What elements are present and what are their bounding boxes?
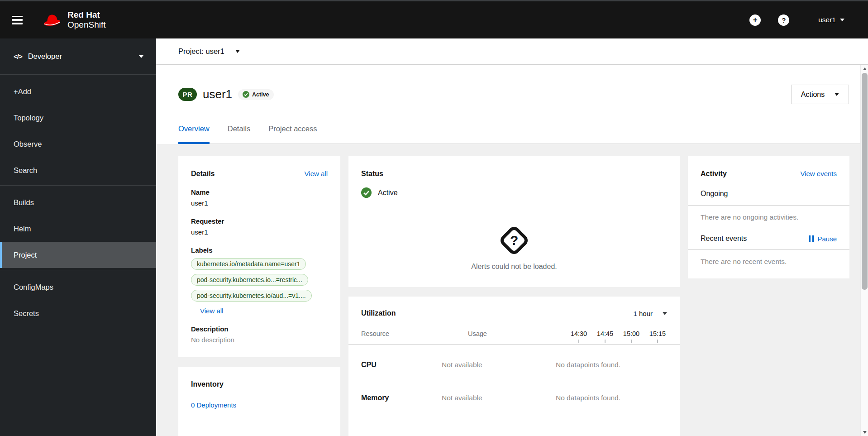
- name-value: user1: [191, 199, 328, 207]
- label-pill[interactable]: pod-security.kubernetes.io/aud...=v1....: [191, 290, 312, 302]
- labels-view-all-link[interactable]: View all: [200, 307, 223, 315]
- details-card-title: Details: [191, 170, 215, 178]
- page-header: PR user1 Active Actions Overview Details: [156, 65, 860, 144]
- help-icon[interactable]: ?: [778, 14, 789, 26]
- sidebar-item-project[interactable]: Project: [0, 242, 156, 268]
- sidebar-item-topology[interactable]: Topology: [0, 105, 156, 131]
- usage-value: Not available: [442, 361, 543, 369]
- actions-button-label: Actions: [801, 91, 825, 99]
- tab-bar: Overview Details Project access: [178, 115, 860, 144]
- sidebar-nav: +Add Topology Observe Search Builds Helm…: [0, 75, 156, 326]
- redhat-hat-icon: [42, 12, 62, 28]
- project-context-bar: Project: user1: [156, 38, 868, 65]
- label-pill[interactable]: pod-security.kubernetes.io...=restric...: [191, 274, 308, 286]
- project-selector-label: Project: user1: [178, 47, 224, 56]
- description-value: No description: [191, 336, 328, 344]
- sidebar-item-configmaps[interactable]: ConfigMaps: [0, 274, 156, 300]
- recent-empty-message: There are no recent events.: [701, 258, 837, 266]
- actions-button[interactable]: Actions: [791, 85, 849, 104]
- alerts-error-message: Alerts could not be loaded.: [361, 263, 667, 271]
- activity-card: Activity View events Ongoing There are n…: [688, 156, 849, 278]
- status-state: Active: [378, 189, 398, 197]
- requester-label: Requester: [191, 217, 328, 225]
- brand-name: Red Hat: [67, 10, 106, 20]
- chevron-down-icon: [663, 312, 667, 315]
- scrollbar-up-arrow[interactable]: [861, 65, 868, 72]
- tab-overview[interactable]: Overview: [178, 115, 210, 144]
- time-tick: 15:00: [622, 330, 641, 343]
- pause-icon: [809, 235, 815, 242]
- nav-toggle-hamburger-icon[interactable]: [12, 16, 23, 24]
- tab-details[interactable]: Details: [228, 115, 250, 144]
- inventory-deployments-link[interactable]: 0 Deployments: [191, 401, 328, 409]
- redhat-openshift-logo[interactable]: Red Hat OpenShift: [42, 10, 106, 30]
- status-badge: Active: [238, 89, 274, 100]
- quick-create-plus-icon[interactable]: +: [749, 14, 761, 26]
- masthead: Red Hat OpenShift + ? user1: [0, 0, 868, 38]
- sidebar: </> Developer +Add Topology Observe Sear…: [0, 38, 156, 436]
- sidebar-item-search[interactable]: Search: [0, 157, 156, 183]
- labels-label: Labels: [191, 246, 328, 254]
- overview-dashboard: Details View all Name user1 Requester us…: [156, 144, 860, 436]
- sidebar-item-add[interactable]: +Add: [0, 78, 156, 105]
- sidebar-item-builds[interactable]: Builds: [0, 189, 156, 216]
- status-card-title: Status: [361, 170, 383, 177]
- utilization-card-title: Utilization: [361, 309, 396, 317]
- chevron-down-icon: [835, 93, 839, 96]
- main-area: Project: user1 PR user1 Active Actions: [156, 38, 868, 436]
- time-tick: 14:30: [569, 330, 588, 343]
- sidebar-item-observe[interactable]: Observe: [0, 131, 156, 157]
- duration-value: 1 hour: [633, 310, 653, 317]
- tab-project-access[interactable]: Project access: [268, 115, 317, 144]
- inventory-card: Inventory 0 Deployments: [178, 367, 340, 436]
- pause-label: Pause: [817, 235, 837, 243]
- activity-card-title: Activity: [701, 170, 727, 178]
- unknown-question-icon: ?: [498, 225, 530, 257]
- usage-value: Not available: [442, 394, 543, 402]
- chart-empty-message: No datapoints found.: [543, 361, 667, 369]
- project-resource-badge: PR: [178, 88, 197, 101]
- resource-column-header: Resource: [361, 330, 442, 343]
- utilization-card: Utilization 1 hour Resource Usage 14:30 …: [348, 297, 680, 436]
- user-menu[interactable]: user1: [818, 16, 844, 24]
- pause-events-button[interactable]: Pause: [809, 235, 837, 243]
- vertical-scrollbar[interactable]: [860, 65, 868, 436]
- sidebar-item-helm[interactable]: Helm: [0, 216, 156, 242]
- inventory-card-title: Inventory: [191, 380, 224, 388]
- chevron-down-icon: [139, 55, 143, 58]
- ongoing-heading: Ongoing: [701, 190, 837, 198]
- chart-empty-message: No datapoints found.: [543, 394, 667, 402]
- scrollbar-thumb[interactable]: [862, 73, 868, 290]
- details-view-all-link[interactable]: View all: [305, 170, 328, 177]
- utilization-row-memory: Memory Not available No datapoints found…: [348, 394, 680, 402]
- code-icon: </>: [14, 53, 22, 60]
- sidebar-item-secrets[interactable]: Secrets: [0, 300, 156, 326]
- resource-name: CPU: [361, 361, 442, 369]
- scrollbar-down-arrow[interactable]: [861, 428, 868, 436]
- project-selector[interactable]: Project: user1: [178, 47, 240, 56]
- name-label: Name: [191, 188, 328, 196]
- check-circle-icon: [361, 187, 372, 198]
- product-name: OpenShift: [67, 20, 106, 30]
- duration-select[interactable]: 1 hour: [633, 310, 667, 317]
- recent-events-heading: Recent events: [701, 235, 747, 243]
- time-tick: 14:45: [596, 330, 615, 343]
- perspective-switcher[interactable]: </> Developer: [0, 38, 156, 75]
- status-badge-label: Active: [252, 91, 269, 98]
- label-pill[interactable]: kubernetes.io/metadata.name=user1: [191, 258, 306, 270]
- page-title: user1: [203, 87, 232, 101]
- ongoing-empty-message: There are no ongoing activities.: [701, 213, 837, 221]
- sidebar-divider: [0, 185, 156, 186]
- description-label: Description: [191, 325, 328, 333]
- time-tick: 15:15: [648, 330, 667, 343]
- view-events-link[interactable]: View events: [800, 170, 837, 177]
- usage-column-header: Usage: [442, 330, 543, 343]
- username: user1: [818, 16, 836, 24]
- details-card: Details View all Name user1 Requester us…: [178, 156, 340, 357]
- perspective-label: Developer: [28, 52, 62, 61]
- resource-name: Memory: [361, 394, 442, 402]
- utilization-row-cpu: CPU Not available No datapoints found.: [348, 361, 680, 369]
- status-card: Status Active ? Alerts could not be load…: [348, 156, 680, 287]
- check-circle-icon: [243, 91, 249, 98]
- scroll-area: PR user1 Active Actions Overview Details: [156, 65, 868, 436]
